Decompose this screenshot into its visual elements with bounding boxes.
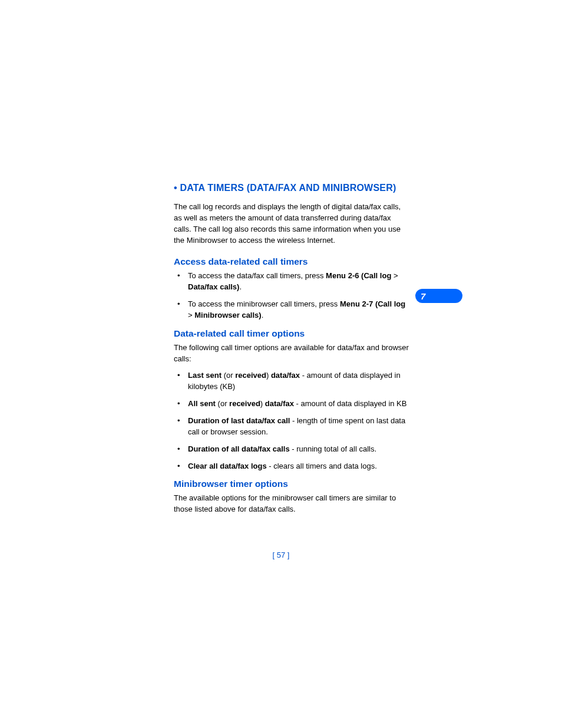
- list-item: Duration of last data/fax call - length …: [174, 416, 409, 438]
- bold-text: received: [235, 371, 266, 380]
- text: To access the minibrowser call timers, p…: [188, 299, 340, 308]
- text: To access the data/fax call timers, pres…: [188, 271, 326, 280]
- bold-text: Duration of last data/fax call: [188, 416, 290, 425]
- chapter-number: 7: [421, 291, 425, 301]
- access-heading: Access data-related call timers: [174, 256, 409, 267]
- page-number: [ 57 ]: [0, 551, 562, 559]
- text: (or: [216, 399, 229, 408]
- bold-text: Menu 2-6 (Call log: [326, 271, 391, 280]
- bold-text: Last sent: [188, 371, 222, 380]
- main-intro: The call log records and displays the le…: [174, 202, 409, 246]
- bold-text: data/fax: [265, 399, 294, 408]
- list-item: To access the minibrowser call timers, p…: [174, 299, 409, 321]
- text: >: [391, 271, 398, 280]
- text: - clears all timers and data logs.: [267, 462, 377, 470]
- text: .: [239, 282, 242, 291]
- list-item: Last sent (or received) data/fax - amoun…: [174, 370, 409, 393]
- list-item: To access the data/fax call timers, pres…: [174, 271, 409, 293]
- text: (or: [222, 371, 235, 380]
- options-list: Last sent (or received) data/fax - amoun…: [174, 370, 409, 472]
- bold-text: Minibrowser calls): [194, 311, 261, 319]
- options-heading: Data-related call timer options: [174, 328, 409, 339]
- chapter-tab: 7: [415, 289, 462, 303]
- text: .: [262, 311, 264, 319]
- access-list: To access the data/fax call timers, pres…: [174, 271, 409, 321]
- bold-text: Clear all data/fax logs: [188, 462, 267, 470]
- main-heading: • DATA TIMERS (DATA/FAX AND MINIBROWSER): [174, 183, 409, 193]
- bold-text: Duration of all data/fax calls: [188, 444, 290, 453]
- page-content: • DATA TIMERS (DATA/FAX AND MINIBROWSER)…: [174, 183, 409, 521]
- list-item: Clear all data/fax logs - clears all tim…: [174, 461, 409, 472]
- bold-text: Menu 2-7 (Call log: [340, 299, 405, 308]
- text: >: [188, 311, 194, 319]
- bold-text: All sent: [188, 399, 216, 408]
- text: ): [260, 399, 265, 408]
- list-item: All sent (or received) data/fax - amount…: [174, 398, 409, 410]
- minibrowser-heading: Minibrowser timer options: [174, 479, 409, 489]
- options-intro: The following call timer options are ava…: [174, 342, 409, 365]
- text: ): [266, 371, 271, 380]
- minibrowser-intro: The available options for the minibrowse…: [174, 493, 409, 515]
- bold-text: Data/fax calls): [188, 282, 239, 291]
- text: - amount of data displayed in KB: [294, 399, 407, 408]
- bold-text: received: [229, 399, 260, 408]
- bold-text: data/fax: [271, 371, 300, 380]
- text: - running total of all calls.: [290, 444, 376, 453]
- list-item: Duration of all data/fax calls - running…: [174, 444, 409, 455]
